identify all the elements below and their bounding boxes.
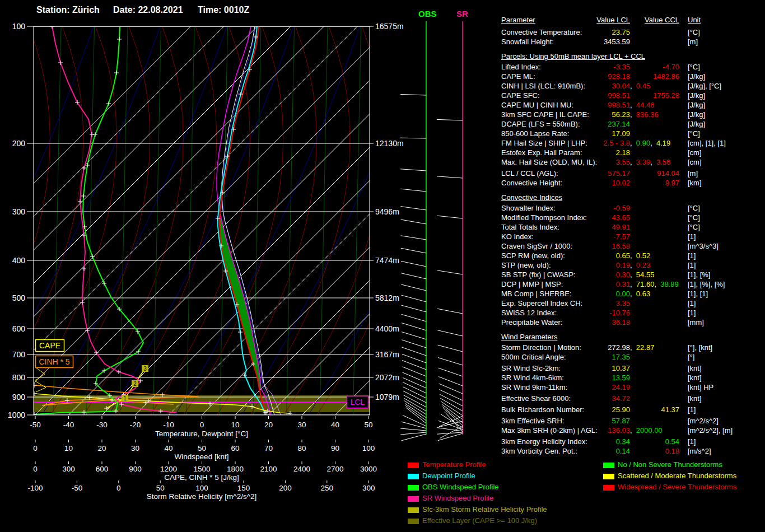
svg-text:30: 30 xyxy=(131,444,139,452)
legend-label: Scattered / Moderate Thunderstorms xyxy=(618,472,736,480)
svg-text:CINH * 5: CINH * 5 xyxy=(39,357,69,366)
param-value-lcl: 57.87 xyxy=(501,416,630,426)
svg-text:600: 600 xyxy=(96,465,109,473)
sr-windspeed-profile-markers xyxy=(50,24,163,413)
value-part: 0.30 xyxy=(616,270,630,279)
param-value-lcl: 56.23 xyxy=(501,110,630,119)
param-value-lcl: 16.58 xyxy=(501,241,630,251)
param-unit: [1] xyxy=(688,437,696,446)
param-unit: [1] xyxy=(688,232,696,241)
param-value-extra: , 2000.00 xyxy=(630,426,663,435)
param-value-ccl: 41.37 xyxy=(636,405,679,414)
svg-text:150: 150 xyxy=(237,484,250,492)
param-value-extra: , 71.60, 38.89 xyxy=(630,279,679,289)
param-value-lcl: 3453.59 xyxy=(501,37,630,46)
table-row: Bulk Richardson Number:25.9041.37[1] xyxy=(501,405,765,414)
km-marker-box: 2 xyxy=(132,380,138,387)
svg-text:-10: -10 xyxy=(163,421,174,429)
param-value-lcl: 272.98 xyxy=(501,343,630,352)
legend-swatch xyxy=(408,485,419,491)
svg-text:900: 900 xyxy=(12,393,26,402)
legend-label: Dewpoint Profile xyxy=(422,472,475,480)
param-unit: [m^3/s^3] xyxy=(688,241,719,251)
svg-text:5812m: 5812m xyxy=(375,293,399,302)
bottom-axis-1: 0102030405060708090100Windspeed [knt] xyxy=(33,440,375,461)
table-row: Storm Direction | Motion:272.98, 22.87[°… xyxy=(501,343,765,352)
table-row: 3km Vorticity Gen. Pot.:0.140.18[m/s^2] xyxy=(501,446,765,456)
svg-text:10: 10 xyxy=(64,444,73,452)
value-part: 237.14 xyxy=(608,120,630,128)
param-value-lcl: 998.51 xyxy=(501,100,630,110)
value-part: 1755.28 xyxy=(653,91,679,100)
comma: , xyxy=(630,343,636,352)
svg-text:1000: 1000 xyxy=(8,410,25,419)
param-value-lcl: -10.76 xyxy=(501,308,630,318)
value-part: 17.09 xyxy=(612,129,630,138)
param-value-lcl: -3.35 xyxy=(501,62,630,72)
value-part: 1482.86 xyxy=(653,72,679,81)
comma: , xyxy=(630,158,636,166)
value-part: 16.58 xyxy=(612,242,630,250)
value-part: 0.45 xyxy=(636,82,650,90)
axis-title-1: Windspeed [knt] xyxy=(175,452,229,461)
param-unit: [1] xyxy=(688,405,696,414)
comma: , xyxy=(650,139,656,147)
svg-text:2700: 2700 xyxy=(326,465,343,473)
value-part: 13.59 xyxy=(612,374,630,382)
param-unit: [knt] xyxy=(688,363,702,373)
param-value-lcl: 2.18 xyxy=(501,148,630,157)
param-value-ccl: -4.70 xyxy=(636,62,679,72)
value-part: 10.02 xyxy=(612,179,630,187)
value-part: 0.23 xyxy=(636,261,650,269)
comma: , xyxy=(630,280,636,288)
param-value-extra: , 0.63 xyxy=(630,289,650,298)
isotherms xyxy=(0,26,498,415)
param-value-lcl: 34.72 xyxy=(501,394,630,403)
param-value-lcl: 10.37 xyxy=(501,363,630,373)
svg-text:80: 80 xyxy=(297,444,306,452)
table-row: Lifted Index:-3.35-4.70[°C] xyxy=(501,62,765,72)
parameter-table: ParameterValue LCLValue CCLUnitConvectiv… xyxy=(501,15,765,456)
param-unit: [1] xyxy=(688,251,696,260)
value-part: 3.56 xyxy=(656,158,670,166)
table-row: DCP | MMP | MSP:0.31, 71.60, 38.89[1], [… xyxy=(501,279,765,289)
value-part: -0.59 xyxy=(613,204,630,212)
param-value-lcl: 0.00 xyxy=(501,289,630,298)
table-row: CAPE SFC:998.511755.28[J/kg] xyxy=(501,91,765,100)
table-row: Modified Thompson Index:43.65[°C] xyxy=(501,213,765,222)
value-part: 23.75 xyxy=(612,28,630,36)
svg-text:-30: -30 xyxy=(96,421,108,429)
cape-label-box: CAPE xyxy=(36,340,64,352)
value-part: 3.55 xyxy=(616,158,630,166)
param-value-ccl: 1482.86 xyxy=(636,72,679,81)
table-row: SR Wind 9km-11km:24.19[knt] HP xyxy=(501,382,765,392)
param-unit: [J/kg] xyxy=(688,91,705,100)
legend-swatch xyxy=(603,485,614,491)
legend-swatch xyxy=(408,463,419,468)
table-row: Snowfall Height:3453.59[m] xyxy=(501,37,765,46)
value-part: 30.04 xyxy=(612,82,630,90)
param-unit: [°], [knt] xyxy=(688,343,712,352)
header-value-lcl: Value LCL xyxy=(501,15,630,25)
svg-text:-50: -50 xyxy=(30,421,41,429)
value-part: 928.18 xyxy=(608,72,630,81)
svg-text:CAPE: CAPE xyxy=(39,341,60,350)
svg-text:0: 0 xyxy=(33,444,38,452)
param-unit: [°C] xyxy=(688,222,700,232)
svg-text:4400m: 4400m xyxy=(375,324,399,333)
table-row: Convective Height:10.029.97[km] xyxy=(501,178,765,188)
value-part: -3.35 xyxy=(613,63,630,71)
param-value-lcl: 24.19 xyxy=(501,382,630,392)
param-value-lcl: -7.57 xyxy=(501,232,630,241)
comma: , xyxy=(630,139,636,147)
param-unit: [m/s^2] xyxy=(688,446,711,456)
comma: , xyxy=(630,110,636,119)
value-part: 25.90 xyxy=(612,405,630,414)
param-value-lcl: 17.09 xyxy=(501,129,630,138)
svg-text:0: 0 xyxy=(200,421,204,429)
value-part: 10.37 xyxy=(612,364,630,372)
value-part: 17.35 xyxy=(612,353,630,361)
svg-text:300: 300 xyxy=(62,465,75,473)
param-unit: [°C] xyxy=(688,203,700,213)
svg-text:LCL: LCL xyxy=(351,398,365,407)
